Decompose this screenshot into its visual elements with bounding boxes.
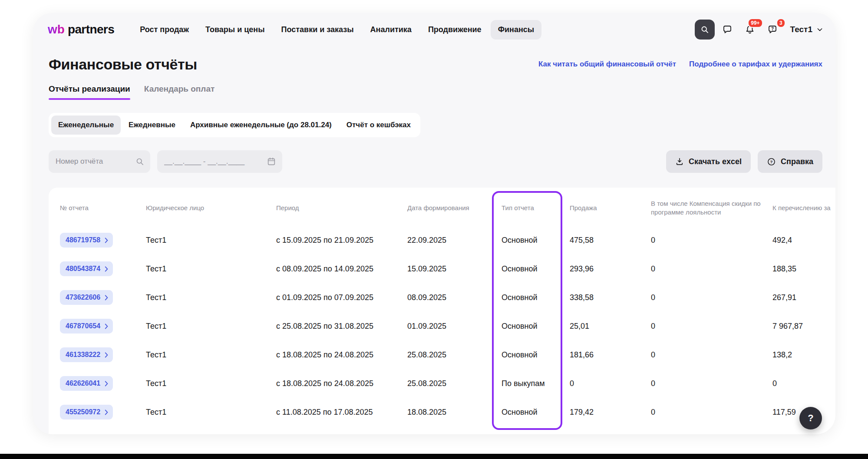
chevron-right-icon xyxy=(105,238,108,243)
help-reference-button[interactable]: ? Справка xyxy=(758,150,822,173)
calendar-icon[interactable] xyxy=(267,157,276,166)
tab-payment-calendar[interactable]: Календарь оплат xyxy=(144,84,215,100)
column-header-period: Период xyxy=(276,204,407,212)
date-range-input[interactable] xyxy=(164,157,267,166)
report-type-cell: Основной xyxy=(502,236,570,245)
report-number: 455250972 xyxy=(66,408,100,416)
report-number: 480543874 xyxy=(66,265,100,273)
report-number: 462626041 xyxy=(66,380,100,387)
period-cell: с 18.08.2025 по 24.08.2025 xyxy=(276,350,407,360)
created-date-cell: 25.08.2025 xyxy=(407,379,502,388)
report-type-cell: По выкупам xyxy=(502,379,570,388)
report-tabs: Отчёты реализации Календарь оплат xyxy=(49,84,822,100)
report-number-field xyxy=(49,150,150,173)
support-button[interactable]: ? 3 xyxy=(762,20,782,40)
sale-cell: 181,66 xyxy=(570,350,651,360)
floating-help-button[interactable]: ? xyxy=(799,407,822,429)
subtab-archive-weekly[interactable]: Архивные еженедельные (до 28.01.24) xyxy=(183,116,339,135)
report-number: 486719758 xyxy=(66,236,100,244)
nav-item-sales-growth[interactable]: Рост продаж xyxy=(132,20,196,40)
table-row: 486719758 Тест1 с 15.09.2025 по 21.09.20… xyxy=(60,226,835,254)
legal-entity-cell: Тест1 xyxy=(146,264,276,274)
wb-partners-logo[interactable]: wb partners xyxy=(48,23,114,36)
report-type-cell: Основной xyxy=(502,350,570,360)
column-header-created-date: Дата формирования xyxy=(407,204,502,212)
report-number: 473622606 xyxy=(66,294,100,301)
chevron-right-icon xyxy=(105,381,108,386)
search-icon xyxy=(135,157,144,166)
search-icon xyxy=(700,25,709,34)
created-date-cell: 25.08.2025 xyxy=(407,350,502,360)
created-date-cell: 01.09.2025 xyxy=(407,322,502,331)
period-cell: с 01.09.2025 по 07.09.2025 xyxy=(276,293,407,302)
table-row: 462626041 Тест1 с 18.08.2025 по 24.08.20… xyxy=(60,369,835,398)
column-header-legal-entity: Юридическое лицо xyxy=(146,204,276,212)
search-button[interactable] xyxy=(695,20,715,40)
sale-cell: 179,42 xyxy=(570,408,651,417)
table-row: 467870654 Тест1 с 25.08.2025 по 31.08.20… xyxy=(60,312,835,340)
report-link[interactable]: 467870654 xyxy=(60,319,113,334)
tab-realization-reports[interactable]: Отчёты реализации xyxy=(49,84,130,100)
table-row: 480543874 Тест1 с 08.09.2025 по 14.09.20… xyxy=(60,254,835,283)
help-icon: ? xyxy=(767,24,778,35)
report-link[interactable]: 455250972 xyxy=(60,405,113,419)
report-type-cell: Основной xyxy=(502,322,570,331)
compensation-cell: 0 xyxy=(651,264,772,274)
header-links: Как читать общий финансовый отчёт Подроб… xyxy=(538,60,822,69)
legal-entity-cell: Тест1 xyxy=(146,236,276,245)
report-link[interactable]: 462626041 xyxy=(60,376,113,391)
report-number: 461338222 xyxy=(66,351,100,359)
table-row: 473622606 Тест1 с 01.09.2025 по 07.09.20… xyxy=(60,283,835,312)
compensation-cell: 0 xyxy=(651,322,772,331)
nav-item-analytics[interactable]: Аналитика xyxy=(363,20,419,40)
download-icon xyxy=(675,157,684,166)
link-how-to-read-report[interactable]: Как читать общий финансовый отчёт xyxy=(538,60,676,69)
page-header: Финансовые отчёты Как читать общий финан… xyxy=(49,56,822,73)
question-circle-icon: ? xyxy=(767,157,776,166)
payout-cell: 492,4 xyxy=(772,236,835,245)
filters-row: Скачать excel ? Справка xyxy=(49,150,822,173)
chat-button[interactable] xyxy=(717,20,737,40)
notifications-button[interactable]: 99+ xyxy=(740,20,760,40)
report-link[interactable]: 473622606 xyxy=(60,290,113,305)
nav-item-finance[interactable]: Финансы xyxy=(491,20,542,40)
nav-item-supplies-orders[interactable]: Поставки и заказы xyxy=(274,20,361,40)
download-excel-button[interactable]: Скачать excel xyxy=(666,150,751,173)
subtab-daily[interactable]: Ежедневные xyxy=(122,116,182,135)
report-link[interactable]: 461338222 xyxy=(60,347,113,362)
link-tariffs-deductions[interactable]: Подробнее о тарифах и удержаниях xyxy=(689,60,822,69)
main-menu: Рост продаж Товары и цены Поставки и зак… xyxy=(132,20,541,40)
table-row: 461338222 Тест1 с 18.08.2025 по 24.08.20… xyxy=(60,340,835,369)
nav-item-promotion[interactable]: Продвижение xyxy=(421,20,489,40)
subtab-cashback[interactable]: Отчёт о кешбэках xyxy=(340,116,418,135)
created-date-cell: 08.09.2025 xyxy=(407,293,502,302)
legal-entity-cell: Тест1 xyxy=(146,408,276,417)
report-link[interactable]: 480543874 xyxy=(60,261,113,276)
column-header-report-type: Тип отчета xyxy=(502,204,570,212)
user-menu[interactable]: Тест1 xyxy=(790,25,823,34)
page-title: Финансовые отчёты xyxy=(49,56,197,73)
support-badge: 3 xyxy=(776,18,785,28)
svg-text:?: ? xyxy=(770,159,773,164)
chevron-right-icon xyxy=(105,266,108,272)
notifications-badge: 99+ xyxy=(748,18,762,28)
report-number-input[interactable] xyxy=(56,157,135,166)
user-name: Тест1 xyxy=(790,25,812,34)
period-cell: с 18.08.2025 по 24.08.2025 xyxy=(276,379,407,388)
compensation-cell: 0 xyxy=(651,379,772,388)
report-type-cell: Основной xyxy=(502,408,570,417)
period-cell: с 08.09.2025 по 14.09.2025 xyxy=(276,264,407,274)
reports-table: № отчета Юридическое лицо Период Дата фо… xyxy=(49,188,835,434)
svg-text:?: ? xyxy=(771,26,774,31)
report-type-cell: Основной xyxy=(502,264,570,274)
chevron-right-icon xyxy=(105,295,108,300)
nav-item-goods-prices[interactable]: Товары и цены xyxy=(198,20,272,40)
column-header-sale: Продажа xyxy=(570,204,651,212)
subtab-weekly[interactable]: Еженедельные xyxy=(51,116,121,135)
table-header-row: № отчета Юридическое лицо Период Дата фо… xyxy=(60,188,835,226)
created-date-cell: 22.09.2025 xyxy=(407,236,502,245)
chevron-right-icon xyxy=(105,409,108,415)
chevron-right-icon xyxy=(105,352,108,358)
payout-cell: 7 967,87 xyxy=(772,322,835,331)
report-link[interactable]: 486719758 xyxy=(60,233,113,248)
